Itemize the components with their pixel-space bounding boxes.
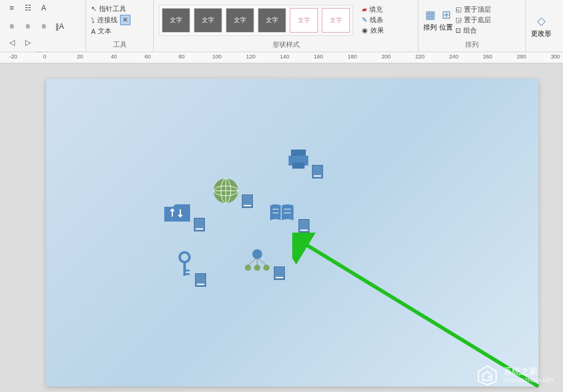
change-shape-icon: ◇ (537, 14, 546, 28)
fill-icon: ▰ (362, 6, 367, 14)
ruler-mark: 100 (212, 54, 222, 60)
ribbon: ≡ ☷ A ≡ ≡ ≡ ‖A ◁ ▷ 段落 ↖ 指针工具 ⤵ 连接线 ✕ (0, 0, 563, 52)
position-icon: ⊞ (442, 8, 451, 22)
bring-front-btn[interactable]: ◱ 置于顶层 (455, 5, 491, 14)
align-right-btn[interactable]: ≡ (37, 20, 50, 33)
bullet-list-btn[interactable]: ≡ (5, 1, 18, 15)
style-gallery[interactable]: 文字 文字 文字 文字 文字 文字 (159, 5, 353, 36)
line-icon: ✎ (362, 16, 367, 24)
style-item-4[interactable]: 文字 (258, 8, 286, 33)
ruler-mark: 240 (449, 54, 458, 60)
ruler-mark: -20 (9, 54, 17, 60)
text-tool-btn[interactable]: A 文本 (91, 26, 130, 36)
pointer-tool-btn[interactable]: ↖ 指针工具 (91, 4, 130, 14)
ruler-mark: 80 (178, 54, 185, 60)
book-shape[interactable] (268, 202, 296, 226)
x-icon: ✕ (120, 15, 130, 25)
watermark: 系统之家 XITONGZHIJIA.NET (476, 364, 554, 386)
canvas-area[interactable] (0, 63, 563, 392)
ruler-mark: 40 (111, 54, 117, 60)
style-item-5[interactable]: 文字 (290, 8, 318, 33)
text-icon: A (91, 28, 95, 35)
style-item-1[interactable]: 文字 (162, 8, 190, 33)
shape-styles-group: 文字 文字 文字 文字 文字 文字 ▰ 填充 ✎ 线条 ◉ 效果 (154, 0, 418, 52)
network-shape[interactable] (243, 248, 271, 275)
send-back-btn[interactable]: ◲ 置于底层 (455, 15, 491, 25)
shape-tag (195, 273, 206, 287)
group-btn[interactable]: ⊡ 组合 (455, 26, 491, 35)
shape-styles-title: 形状样式 (159, 39, 413, 50)
indent-right-btn[interactable]: ▷ (21, 36, 34, 49)
ruler-mark: 60 (145, 54, 151, 60)
ruler-mark: 280 (517, 54, 526, 60)
shape-tag (242, 194, 253, 208)
shape-tag (312, 165, 323, 178)
align-left-btn[interactable]: ≡ (5, 20, 18, 33)
key-icon (175, 251, 194, 278)
ruler-mark: 20 (77, 54, 83, 60)
effect-btn[interactable]: ◉ 效果 (362, 26, 384, 35)
watermark-title: 系统之家 (503, 366, 554, 377)
position-btn[interactable]: 位置 (439, 23, 453, 32)
svg-point-18 (245, 265, 251, 271)
ruler-mark: 0 (43, 54, 46, 60)
arrange-icon: ▦ (425, 8, 436, 22)
ruler-mark: 220 (415, 54, 425, 60)
ruler-mark: 160 (314, 54, 323, 60)
line-spacing-btn[interactable]: ‖A (53, 20, 66, 33)
svg-point-19 (254, 265, 260, 271)
line-btn[interactable]: ✎ 线条 (362, 15, 384, 25)
printer-icon (286, 146, 311, 171)
key-shape[interactable] (175, 251, 194, 281)
tools-group: ↖ 指针工具 ⤵ 连接线 ✕ A 文本 工具 (86, 0, 154, 52)
ruler-mark: 260 (483, 54, 492, 60)
effect-icon: ◉ (362, 26, 368, 34)
change-shape-btn[interactable]: 更改形 (531, 29, 551, 38)
align-center-btn[interactable]: ≡ (21, 20, 34, 33)
svg-rect-14 (183, 261, 186, 276)
svg-point-20 (263, 265, 270, 271)
ruler-mark: 200 (381, 54, 391, 60)
svg-rect-2 (292, 162, 305, 169)
network-icon (243, 248, 271, 273)
svg-rect-26 (488, 376, 490, 378)
svg-rect-16 (186, 273, 190, 275)
change-shape-group: ◇ 更改形 (526, 0, 563, 52)
globe-shape[interactable] (212, 177, 239, 207)
connector-icon: ⤵ (91, 17, 95, 24)
tools-title: 工具 (91, 39, 148, 50)
svg-rect-15 (186, 270, 190, 271)
font-btn[interactable]: A (37, 1, 50, 15)
svg-line-21 (248, 258, 257, 265)
book-icon (268, 202, 296, 224)
svg-point-17 (252, 249, 262, 259)
group-icon: ⊡ (455, 26, 461, 34)
canvas[interactable] (46, 79, 538, 386)
svg-line-23 (257, 258, 266, 265)
folder-shape[interactable] (163, 202, 191, 226)
style-item-3[interactable]: 文字 (226, 8, 254, 33)
folder-icon (163, 202, 191, 224)
shape-tag (298, 219, 309, 233)
style-item-2[interactable]: 文字 (194, 8, 222, 33)
indent-left-btn[interactable]: ◁ (5, 36, 18, 49)
printer-shape[interactable] (286, 146, 311, 174)
number-list-btn[interactable]: ☷ (21, 1, 34, 15)
ruler-mark: 180 (348, 54, 357, 60)
style-item-6[interactable]: 文字 (322, 8, 350, 33)
ruler-mark: 140 (280, 54, 289, 60)
shape-tag (274, 266, 285, 280)
shape-tag (194, 218, 205, 231)
connector-tool-btn[interactable]: ⤵ 连接线 ✕ (91, 15, 130, 25)
arrange-btn[interactable]: 排列 (423, 23, 437, 32)
watermark-url: XITONGZHIJIA.NET (503, 377, 554, 383)
watermark-logo-icon (476, 364, 498, 386)
svg-point-13 (180, 252, 190, 262)
back-icon: ◲ (455, 16, 461, 24)
front-icon: ◱ (455, 6, 461, 14)
fill-btn[interactable]: ▰ 填充 (362, 5, 384, 14)
arrange-group: ▦ 排列 ⊞ 位置 ◱ 置于顶层 ◲ 置于底层 ⊡ 组合 (418, 0, 526, 52)
arrange-title: 排列 (423, 39, 521, 50)
globe-icon (212, 177, 239, 204)
horizontal-ruler: -20 0 20 40 60 80 100 120 140 160 180 20… (0, 52, 563, 63)
